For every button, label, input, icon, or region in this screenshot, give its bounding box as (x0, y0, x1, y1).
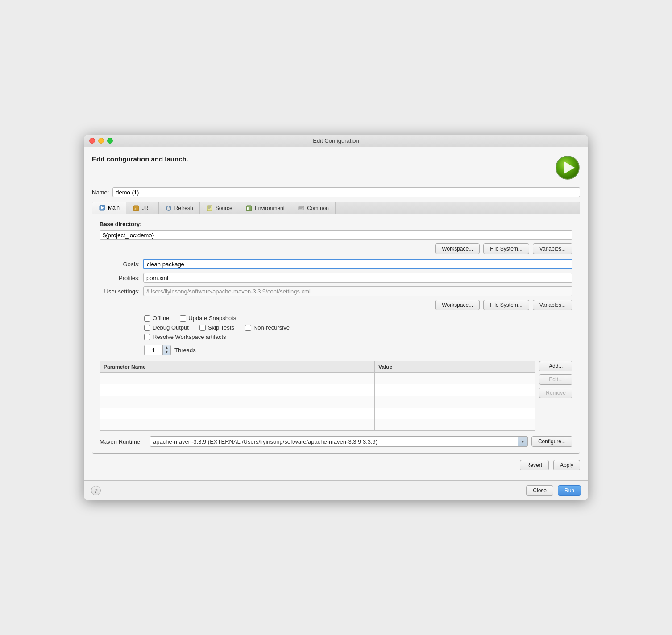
tabs-panel: Main J JRE Refresh (92, 202, 580, 454)
update-snapshots-label: Update Snapshots (188, 315, 236, 322)
file-system-button-2[interactable]: File System... (483, 300, 529, 310)
tab-refresh[interactable]: Refresh (159, 202, 200, 214)
non-recursive-checkbox[interactable] (245, 325, 251, 331)
table-row[interactable] (100, 408, 535, 419)
close-window-button[interactable] (89, 138, 95, 144)
maven-dropdown-arrow-icon[interactable]: ▼ (518, 436, 527, 447)
tab-jre[interactable]: J JRE (126, 202, 159, 214)
debug-output-checkbox[interactable] (144, 325, 150, 331)
base-directory-section: Base directory: Workspace... File System… (100, 221, 572, 254)
checkbox-row-2: Debug Output Skip Tests Non-recursive (144, 324, 572, 331)
col-value: Value (374, 361, 494, 373)
threads-spinner[interactable]: ▲ ▼ (144, 345, 171, 355)
spinner-up-icon[interactable]: ▲ (165, 346, 169, 350)
variables-button-2[interactable]: Variables... (533, 300, 572, 310)
profiles-label: Profiles: (100, 275, 140, 281)
user-settings-label: User settings: (100, 288, 140, 295)
resolve-workspace-checkbox[interactable] (144, 334, 150, 340)
svg-text:E: E (247, 206, 249, 210)
maven-select-wrapper[interactable]: apache-maven-3.3.9 (EXTERNAL /Users/liyi… (150, 436, 528, 447)
footer-actions: Close Run (526, 485, 581, 496)
goals-row: Goals: (100, 259, 572, 269)
tab-common-label: Common (307, 205, 329, 211)
profiles-input[interactable] (143, 273, 572, 283)
file-system-button-1[interactable]: File System... (483, 243, 529, 254)
maven-runtime-row: Maven Runtime: apache-maven-3.3.9 (EXTER… (100, 436, 572, 447)
tab-environment-label: Environment (255, 205, 285, 211)
checkbox-offline[interactable]: Offline (144, 315, 169, 322)
maximize-window-button[interactable] (107, 138, 113, 144)
param-buttons: Add... Edit... Remove (539, 361, 572, 398)
help-icon[interactable]: ? (91, 486, 101, 495)
checkbox-resolve-workspace[interactable]: Resolve Workspace artifacts (144, 334, 226, 340)
tab-main-label: Main (108, 205, 120, 211)
common-tab-icon (298, 205, 305, 212)
name-input[interactable] (112, 187, 580, 197)
environment-tab-icon: E (245, 205, 253, 212)
spinner-down-icon[interactable]: ▼ (165, 350, 169, 355)
user-settings-row: User settings: (100, 286, 572, 296)
update-snapshots-checkbox[interactable] (180, 315, 186, 322)
checkbox-update-snapshots[interactable]: Update Snapshots (180, 315, 236, 322)
header-row: Edit configuration and launch. (92, 155, 580, 180)
checkbox-skip-tests[interactable]: Skip Tests (199, 324, 234, 331)
tab-source-label: Source (216, 205, 232, 211)
table-row[interactable] (100, 384, 535, 396)
close-button[interactable]: Close (526, 485, 553, 496)
checkbox-row-3: Resolve Workspace artifacts (144, 334, 572, 340)
run-button[interactable]: Run (558, 485, 581, 496)
param-table-container: Parameter Name Value (100, 361, 572, 431)
revert-button[interactable]: Revert (520, 460, 549, 470)
footer-bar: ? Close Run (84, 480, 588, 500)
workspace-button-2[interactable]: Workspace... (435, 300, 480, 310)
jre-tab-icon: J (133, 205, 140, 212)
titlebar-buttons (89, 138, 113, 144)
page-title: Edit configuration and launch. (92, 155, 188, 163)
col-extra (494, 361, 535, 373)
base-directory-input[interactable] (100, 230, 572, 240)
configure-button[interactable]: Configure... (531, 436, 572, 447)
spinner-arrows[interactable]: ▲ ▼ (162, 345, 170, 355)
threads-label: Threads (174, 347, 196, 354)
table-row[interactable] (100, 373, 535, 384)
checkbox-non-recursive[interactable]: Non-recursive (245, 324, 290, 331)
tab-main[interactable]: Main (92, 202, 126, 214)
user-settings-input[interactable] (143, 286, 572, 296)
non-recursive-label: Non-recursive (253, 324, 290, 331)
tab-source[interactable]: Source (200, 202, 239, 214)
table-row[interactable] (100, 419, 535, 431)
table-row[interactable] (100, 396, 535, 408)
checkbox-debug-output[interactable]: Debug Output (144, 324, 189, 331)
minimize-window-button[interactable] (98, 138, 104, 144)
name-label: Name: (92, 189, 109, 196)
param-table-section: Parameter Name Value (100, 361, 572, 431)
skip-tests-checkbox[interactable] (199, 325, 206, 331)
user-settings-buttons: Workspace... File System... Variables... (100, 300, 572, 310)
goals-label: Goals: (100, 261, 140, 268)
run-icon (555, 155, 580, 180)
workspace-button-1[interactable]: Workspace... (435, 243, 480, 254)
base-dir-buttons: Workspace... File System... Variables... (100, 243, 572, 254)
tab-refresh-label: Refresh (174, 205, 193, 211)
tabs-bar: Main J JRE Refresh (92, 202, 580, 214)
threads-input[interactable] (145, 347, 162, 354)
goals-input[interactable] (143, 259, 572, 269)
window-title: Edit Configuration (313, 137, 359, 144)
tab-common[interactable]: Common (291, 202, 336, 214)
edit-button[interactable]: Edit... (539, 374, 572, 385)
window-body: Edit configuration and launch. Name: (84, 147, 588, 480)
maven-runtime-value: apache-maven-3.3.9 (EXTERNAL /Users/liyi… (150, 438, 518, 445)
threads-row: ▲ ▼ Threads (100, 345, 572, 355)
skip-tests-label: Skip Tests (208, 324, 234, 331)
svg-rect-8 (207, 206, 212, 211)
tab-environment[interactable]: E Environment (239, 202, 291, 214)
offline-checkbox[interactable] (144, 315, 150, 322)
remove-button[interactable]: Remove (539, 388, 572, 398)
tab-jre-label: JRE (142, 205, 152, 211)
tab-content-main: Base directory: Workspace... File System… (92, 214, 580, 453)
param-table: Parameter Name Value (100, 361, 535, 431)
variables-button-1[interactable]: Variables... (533, 243, 572, 254)
base-directory-label: Base directory: (100, 221, 572, 227)
apply-button[interactable]: Apply (553, 460, 580, 470)
add-button[interactable]: Add... (539, 361, 572, 371)
